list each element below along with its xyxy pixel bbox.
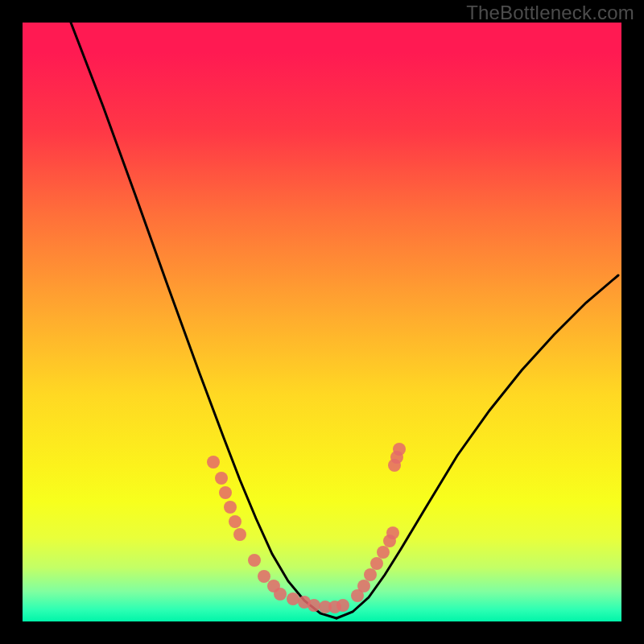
chart-stage: TheBottleneck.com (0, 0, 644, 644)
data-marker (370, 557, 383, 570)
data-marker (364, 568, 377, 581)
data-marker (219, 486, 232, 499)
data-marker (248, 554, 261, 567)
data-marker (207, 456, 220, 469)
data-marker (377, 546, 390, 559)
data-marker (215, 472, 228, 485)
data-marker (229, 515, 242, 528)
data-marker (308, 599, 320, 612)
data-marker (357, 580, 370, 592)
data-marker (393, 443, 406, 456)
plot-area (23, 23, 621, 621)
data-marker (386, 526, 399, 539)
data-marker (274, 588, 287, 601)
curve-group (71, 23, 618, 618)
curve-left (71, 23, 336, 618)
data-marker (336, 599, 349, 612)
data-marker (258, 570, 270, 583)
watermark-text: TheBottleneck.com (466, 2, 634, 24)
curve-layer (23, 23, 621, 621)
data-marker (233, 528, 246, 541)
data-marker (287, 592, 299, 605)
data-marker (224, 501, 237, 514)
